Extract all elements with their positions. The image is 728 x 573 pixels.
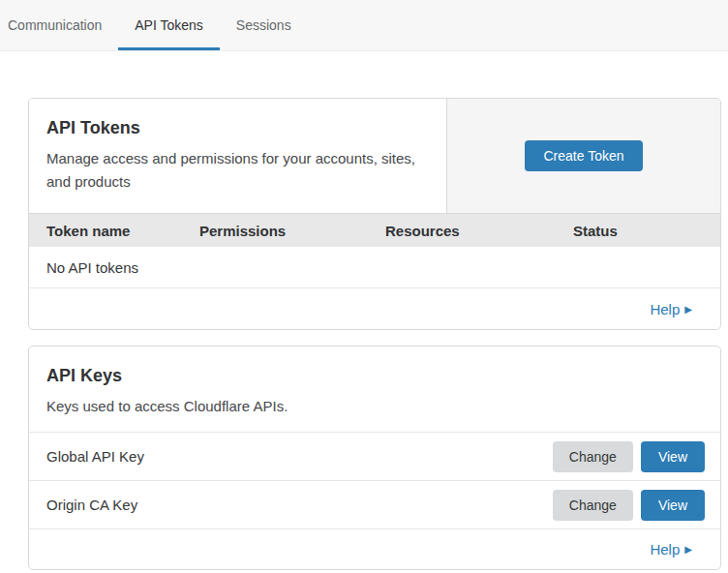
help-arrow-icon: ▶ [684, 544, 692, 555]
tab-sessions[interactable]: Sessions [220, 0, 308, 50]
api-keys-card-description: Keys used to access Cloudflare APIs. [46, 395, 430, 418]
api-keys-help-label: Help [650, 541, 680, 558]
api-tokens-card-description: Manage access and permissions for your a… [46, 147, 429, 194]
api-tokens-card-header: API Tokens Manage access and permissions… [29, 99, 720, 213]
content-area: API Tokens Manage access and permissions… [0, 51, 728, 570]
api-keys-card: API Keys Keys used to access Cloudflare … [28, 346, 721, 570]
tokens-table-header: Token name Permissions Resources Status [29, 213, 720, 247]
api-tokens-card-footer: Help ▶ [29, 288, 720, 329]
api-tokens-help-link[interactable]: Help ▶ [650, 301, 692, 317]
global-api-key-view-button[interactable]: View [641, 441, 705, 472]
help-arrow-icon: ▶ [684, 304, 692, 315]
origin-ca-key-label: Origin CA Key [46, 497, 137, 513]
tab-communication[interactable]: Communication [0, 0, 118, 50]
origin-ca-key-actions: Change View [553, 490, 705, 521]
page: Communication API Tokens Sessions API To… [0, 0, 728, 573]
tokens-table-header-status: Status [573, 223, 720, 239]
api-tokens-card-header-text: API Tokens Manage access and permissions… [29, 99, 446, 213]
tokens-empty-message: No API tokens [46, 259, 138, 276]
api-keys-card-title: API Keys [46, 366, 703, 386]
tab-sessions-label: Sessions [236, 17, 291, 33]
global-api-key-actions: Change View [553, 441, 705, 472]
tab-api-tokens[interactable]: API Tokens [118, 0, 220, 50]
tokens-table-header-token-name: Token name [46, 223, 199, 239]
origin-ca-key-view-button[interactable]: View [641, 490, 705, 521]
tokens-table-header-resources: Resources [385, 223, 573, 239]
global-api-key-label: Global API Key [46, 448, 144, 465]
api-keys-card-footer: Help ▶ [29, 528, 720, 569]
global-api-key-row: Global API Key Change View [29, 432, 720, 480]
api-keys-card-header: API Keys Keys used to access Cloudflare … [29, 347, 720, 432]
api-tokens-help-label: Help [650, 301, 680, 317]
tokens-table-header-permissions: Permissions [199, 223, 385, 239]
origin-ca-key-change-button[interactable]: Change [553, 490, 633, 521]
create-token-button[interactable]: Create Token [525, 140, 642, 171]
tab-communication-label: Communication [8, 17, 102, 33]
global-api-key-change-button[interactable]: Change [553, 441, 633, 472]
origin-ca-key-row: Origin CA Key Change View [29, 480, 720, 528]
tokens-table-empty-row: No API tokens [29, 247, 720, 288]
api-tokens-card-actions: Create Token [446, 99, 720, 213]
api-keys-help-link[interactable]: Help ▶ [650, 541, 692, 558]
api-tokens-card: API Tokens Manage access and permissions… [28, 98, 721, 330]
tab-bar: Communication API Tokens Sessions [0, 0, 728, 51]
api-tokens-card-title: API Tokens [46, 118, 429, 138]
tab-api-tokens-label: API Tokens [135, 17, 203, 33]
